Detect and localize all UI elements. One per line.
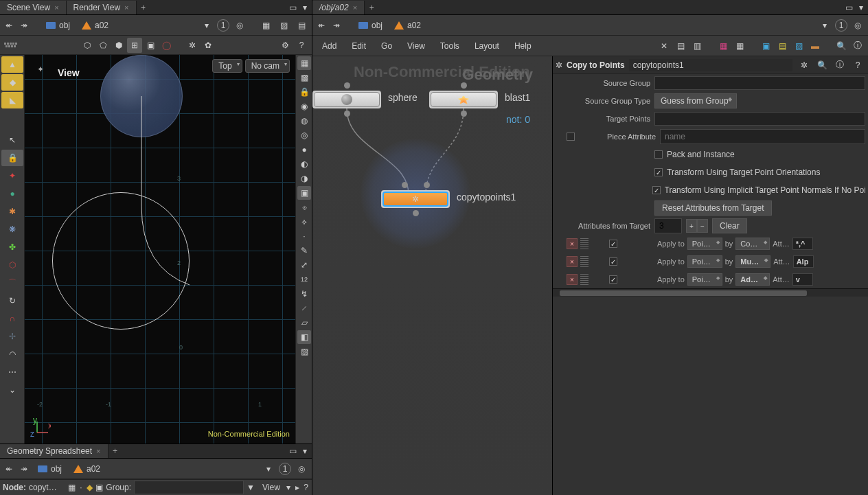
info-icon[interactable]: ⓘ — [850, 38, 865, 54]
path-node[interactable]: a02 — [389, 19, 425, 32]
path-obj[interactable]: obj — [41, 19, 74, 32]
folder-icon[interactable]: ▬ — [808, 38, 823, 54]
link-icon[interactable]: ◎ — [850, 18, 865, 33]
maximize-icon[interactable]: ▭ — [843, 2, 854, 13]
menu-icon[interactable]: ▾ — [299, 446, 310, 457]
icon-i[interactable]: · — [297, 229, 311, 243]
flipbook-icon[interactable]: ▤ — [294, 18, 309, 33]
ss-icon-4[interactable]: ▣ — [95, 480, 103, 495]
add-tab-button[interactable]: + — [137, 3, 150, 12]
note-icon[interactable]: ▤ — [775, 38, 790, 54]
node-input-2[interactable] — [424, 182, 430, 188]
path-node[interactable]: a02 — [77, 19, 113, 32]
select-apply[interactable]: Poi… — [687, 238, 722, 250]
list-icon[interactable]: ▤ — [673, 38, 688, 54]
delete-row-button[interactable]: × — [567, 274, 578, 285]
tool-i-icon[interactable]: ∩ — [1, 310, 23, 327]
forward-arrow-icon[interactable]: ↠ — [18, 463, 30, 475]
tool-m-icon[interactable]: ⌄ — [1, 382, 23, 398]
attrs-minus-button[interactable]: − — [697, 219, 708, 233]
delete-row-button[interactable]: × — [567, 238, 578, 249]
snap-icon[interactable]: ✲ — [185, 38, 200, 53]
tool-primitive-icon[interactable]: ▲ — [1, 56, 23, 73]
tab-network[interactable]: /obj/a02 × — [312, 1, 365, 14]
display-icon[interactable]: ▦ — [258, 18, 273, 33]
scrollbar-thumb[interactable] — [560, 290, 807, 296]
menu-icon[interactable]: ▾ — [856, 2, 867, 13]
forward-icon[interactable]: ▸ — [295, 480, 301, 495]
lock-icon[interactable]: 🔒 — [1, 150, 23, 166]
select-apply[interactable]: Poi… — [687, 255, 722, 268]
icon-b[interactable]: ◎ — [297, 128, 311, 142]
menu-help[interactable]: Help — [507, 38, 538, 54]
tool-shape-icon[interactable]: ◣ — [1, 92, 23, 108]
forward-arrow-icon[interactable]: ↠ — [18, 19, 30, 32]
icon-q[interactable]: ▨ — [297, 345, 311, 358]
tab-geo-spreadsheet[interactable]: Geometry Spreadsheet × — [0, 444, 108, 458]
gear-icon[interactable]: ✿ — [201, 38, 216, 53]
viewport-canvas[interactable]: ✦ View Top No cam -2 -1 1 0 2 3 Non-Comm… — [25, 55, 295, 444]
maximize-icon[interactable]: ▭ — [287, 446, 298, 457]
tab-render-view[interactable]: Render View × — [67, 1, 137, 14]
icon-e[interactable]: ◑ — [297, 172, 311, 185]
node-input[interactable] — [344, 82, 350, 89]
render-icon[interactable]: ▨ — [276, 18, 291, 33]
input-attrs-count[interactable] — [654, 218, 682, 233]
link-icon[interactable]: ◎ — [294, 461, 309, 476]
grid-icon[interactable]: ▦ — [716, 38, 731, 54]
link-icon[interactable]: ◎ — [232, 18, 247, 33]
back-arrow-icon[interactable]: ↞ — [315, 19, 328, 32]
back-arrow-icon[interactable]: ↞ — [3, 19, 15, 32]
doc-icon[interactable]: ▥ — [689, 38, 705, 54]
dropdown-icon[interactable]: ▾ — [286, 480, 292, 495]
help-icon[interactable]: ? — [303, 480, 309, 495]
tool-f-icon[interactable]: ⬡ — [1, 257, 23, 273]
icon-g[interactable]: ⟐ — [297, 200, 311, 214]
select-object-icon[interactable]: ⬡ — [80, 38, 95, 53]
add-tab-button[interactable]: + — [108, 446, 122, 456]
pin-badge[interactable]: 1 — [279, 463, 291, 475]
select-by[interactable]: Co… — [735, 238, 770, 250]
horizontal-scrollbar[interactable] — [553, 288, 868, 297]
ss-icon-3[interactable]: ◆ — [87, 480, 93, 495]
help-icon[interactable]: ? — [294, 38, 309, 53]
node-input-1[interactable] — [402, 182, 408, 188]
camera-icon[interactable]: ✦ — [37, 65, 44, 74]
select-edge-icon[interactable]: ⬠ — [95, 38, 111, 53]
display-mode-2-icon[interactable]: ▩ — [297, 71, 311, 84]
view-top-dropdown[interactable]: Top — [212, 59, 242, 73]
menu-add[interactable]: Add — [315, 38, 343, 54]
back-arrow-icon[interactable]: ↞ — [3, 463, 15, 475]
dropdown-icon[interactable]: ▾ — [199, 18, 214, 33]
add-tab-button[interactable]: + — [365, 3, 378, 12]
network-canvas[interactable]: Non-Commercial Edition Geometry sphere b… — [312, 56, 552, 495]
grip-icon[interactable] — [580, 274, 589, 285]
icon-d[interactable]: ◐ — [297, 157, 311, 171]
close-icon[interactable]: × — [124, 3, 128, 12]
tool-b-icon[interactable]: ● — [1, 185, 23, 202]
tool-g-icon[interactable]: ⌒ — [1, 275, 23, 291]
select-by[interactable]: Ad… — [735, 273, 770, 286]
input-target-points[interactable] — [654, 112, 865, 126]
tab-scene-view[interactable]: Scene View × — [0, 1, 67, 14]
grip-icon[interactable] — [580, 256, 589, 267]
input-attr[interactable]: v — [792, 273, 813, 286]
select-by[interactable]: Mu… — [735, 255, 770, 268]
pin-badge[interactable]: 1 — [217, 19, 229, 32]
ss-icon-1[interactable]: ▦ — [68, 480, 76, 495]
tool-l-icon[interactable]: ⋯ — [1, 364, 23, 380]
help-icon[interactable]: ? — [850, 58, 865, 73]
checkbox-piece-enable[interactable] — [567, 133, 575, 141]
node-blast[interactable]: blast1 — [429, 91, 498, 108]
options-icon[interactable]: ⚙ — [277, 38, 293, 53]
icon-h[interactable]: ⟡ — [297, 215, 311, 229]
display-mode-1-icon[interactable]: ▦ — [297, 56, 311, 70]
tool-c-icon[interactable]: ✱ — [1, 203, 23, 220]
wrench-icon[interactable]: ✕ — [656, 38, 672, 54]
forward-arrow-icon[interactable]: ↠ — [330, 19, 343, 32]
tool-k-icon[interactable]: ◠ — [1, 346, 23, 362]
lock-icon[interactable]: 🔒 — [297, 85, 311, 99]
checkbox-transform-orient[interactable] — [654, 168, 663, 176]
close-icon[interactable]: × — [96, 447, 100, 455]
param-nodename[interactable]: copytopoints1 — [629, 59, 792, 71]
